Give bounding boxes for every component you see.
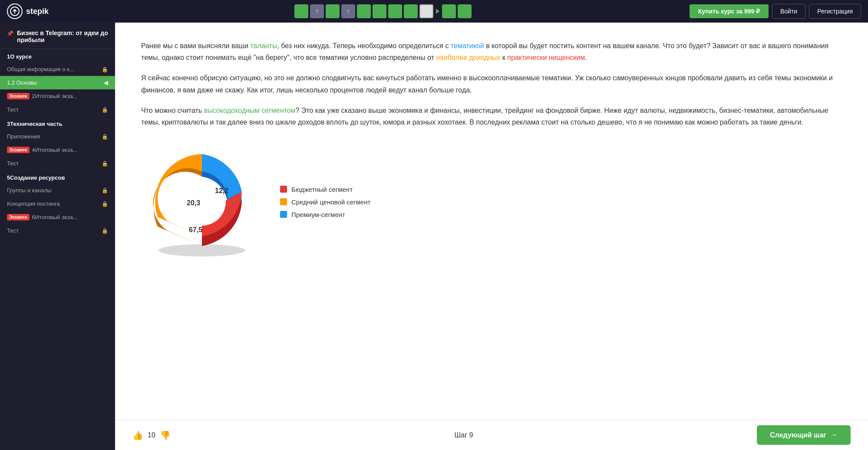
sidebar-item-test-4-text: Тест [7,160,102,167]
vysoko-link[interactable]: высокодоходным сегментом [204,107,296,114]
step-2[interactable]: ? [310,4,324,18]
p1-end: . [585,54,587,61]
course-title: 📌 Бизнес в Telegram: от идеи до прибыли [0,23,115,49]
step-5[interactable] [357,4,371,18]
progress-steps: ? ? [82,4,684,18]
p1-to: к [500,54,507,61]
sidebar-item-test-2-text: Тест [7,106,102,113]
naibolee-link[interactable]: наиболее доходных [436,54,500,61]
chart-legend: Бюджетный сегмент Средний ценовой сегмен… [280,186,370,218]
section-3-number: 3 [7,121,10,127]
exam-badge-2: Экзамен [7,93,30,99]
svg-point-1 [158,244,245,256]
main-layout: 📌 Бизнес в Telegram: от идеи до прибыли … [0,23,868,450]
step-label: Шаг 9 [455,431,473,439]
section-6-header[interactable]: Экзамен 6 Итоговый экза... [0,210,115,224]
nishche-link[interactable]: практически нищенским [507,54,585,61]
section-5-number: 5 [7,174,10,181]
paragraph-1: Ранее мы с вами выясняли ваши таланты, б… [141,40,842,63]
step-11[interactable] [458,4,472,18]
step-6[interactable] [373,4,386,18]
sidebar: 📌 Бизнес в Telegram: от идеи до прибыли … [0,23,115,450]
chart-label-orange: 67,5 [189,226,202,233]
logo-icon [7,3,23,19]
section-5-header: 5 Создание ресурсов [0,170,115,184]
sidebar-item-apps-text: Приложения [7,133,102,140]
sidebar-item-test-6[interactable]: Тест 🔒 [0,224,115,237]
sidebar-item-osnovy-text: 1.2 Основы [7,79,102,86]
sidebar-item-osnovy[interactable]: 1.2 Основы ◀ [0,76,115,89]
step-9[interactable] [419,4,433,18]
chart-label-red: 12,2 [215,187,228,194]
section-1-title: О курсе [10,53,32,60]
step-1[interactable] [294,4,308,18]
chart-label-blue: 20,3 [187,199,200,207]
course-title-text: Бизнес в Telegram: от идеи до прибыли [17,30,108,43]
register-button[interactable]: Регистрация [809,4,861,19]
p3-before: Что можно считать [141,107,204,114]
section-4-header[interactable]: Экзамен 4 Итоговый экза... [0,143,115,157]
section-3-header: 3 Техническая часть [0,116,115,130]
vote-area: 👍 10 👎 [132,430,171,440]
exam-badge-4: Экзамен [7,147,30,153]
sidebar-item-groups[interactable]: Группы и каналы 🔒 [0,184,115,197]
legend-item-middle: Средний ценовой сегмент [280,198,370,206]
sidebar-item-general-text: Общая информация о к... [7,66,102,72]
step-8[interactable] [404,4,418,18]
lock-icon-1: 🔒 [102,66,108,72]
next-step-button[interactable]: Следующий шаг [757,425,851,445]
lock-icon-4: 🔒 [102,161,108,167]
dislike-button[interactable]: 👎 [160,430,171,440]
legend-color-premium [280,211,287,218]
step-3[interactable] [326,4,340,18]
lock-icon-2: 🔒 [102,107,108,113]
svg-point-2 [178,178,226,226]
section-4-number: 4 [32,147,35,153]
section-2-title: Итоговый экза... [35,93,78,99]
chart-container: 20,3 12,2 67,5 Бюджетный сегмент Средний… [141,141,842,263]
legend-item-premium: Премиум-сегмент [280,211,370,218]
like-button[interactable]: 👍 [132,430,143,440]
talent-link[interactable]: таланты [250,42,277,49]
sidebar-item-test-6-text: Тест [7,227,102,234]
like-count: 10 [148,431,155,439]
section-4-title: Итоговый экза... [35,147,78,153]
sidebar-item-test-4[interactable]: Тест 🔒 [0,157,115,170]
tematika-link[interactable]: тематикой [451,42,484,49]
sidebar-item-apps[interactable]: Приложения 🔒 [0,130,115,143]
lock-icon-5b: 🔒 [102,201,108,207]
bottom-bar: 👍 10 👎 Шаг 9 Следующий шаг [115,420,868,450]
buy-button[interactable]: Купить курс за 999 ₽ [690,4,769,18]
section-2-header[interactable]: Экзамен 2 Итоговый экза... [0,89,115,103]
paragraph-3: Что можно считать высокодоходным сегмент… [141,105,842,128]
legend-color-middle [280,198,287,205]
header-right: Купить курс за 999 ₽ Войти Регистрация [690,4,861,19]
step-7[interactable] [388,4,402,18]
section-6-title: Итоговый экза... [35,214,78,220]
sidebar-item-concept[interactable]: Концепция постинга 🔒 [0,197,115,210]
legend-label-premium: Премиум-сегмент [291,211,345,218]
section-6-number: 6 [32,214,35,220]
next-step-label: Следующий шаг [770,431,826,439]
donut-chart: 20,3 12,2 67,5 [141,141,263,263]
step-4[interactable]: ? [341,4,355,18]
sidebar-item-concept-text: Концепция постинга [7,200,102,207]
sidebar-item-general[interactable]: Общая информация о к... 🔒 [0,62,115,76]
step-arrow [436,9,439,14]
section-3-title: Техническая часть [10,121,63,127]
lock-icon-5a: 🔒 [102,187,108,194]
step-10[interactable] [442,4,456,18]
sidebar-item-test-2[interactable]: Тест 🔒 [0,103,115,116]
exam-badge-6: Экзамен [7,214,30,220]
pin-icon: 📌 [7,30,13,36]
legend-item-budget: Бюджетный сегмент [280,186,370,193]
legend-color-budget [280,186,287,193]
sidebar-item-groups-text: Группы и каналы [7,187,102,194]
login-button[interactable]: Войти [772,4,805,19]
section-2-number: 2 [32,93,35,99]
header: stepik ? ? Купить курс за 999 ₽ Войти Ре… [0,0,868,23]
lock-icon-3: 🔒 [102,134,108,140]
section-1-header: 1 О курсе [0,49,115,62]
section-5-title: Создание ресурсов [10,174,65,181]
logo-text: stepik [26,7,49,16]
